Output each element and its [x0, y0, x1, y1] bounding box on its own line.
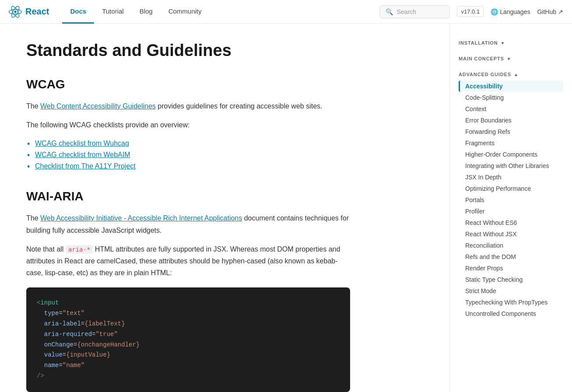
- nav-docs[interactable]: Docs: [62, 0, 94, 24]
- aria-code-inline: aria-*: [66, 245, 93, 254]
- sidebar-link-context[interactable]: Context: [459, 103, 563, 115]
- wai-aria-title: WAI-ARIA: [26, 189, 350, 203]
- wai-aria-intro-para: The Web Accessibility Initiative - Acces…: [26, 212, 350, 236]
- list-item: WCAG checklist from WebAIM: [35, 149, 350, 161]
- sidebar-link-integrating[interactable]: Integrating with Other Libraries: [459, 160, 563, 172]
- main-nav: Docs Tutorial Blog Community: [62, 0, 380, 23]
- github-label: GitHub: [537, 8, 556, 15]
- wcag-link[interactable]: Web Content Accessibility Guidelines: [40, 102, 156, 110]
- nav-community[interactable]: Community: [161, 0, 210, 24]
- sidebar-link-typechecking[interactable]: Typechecking With PropTypes: [459, 297, 563, 308]
- code-line: value={inputValue}: [37, 350, 340, 360]
- languages-button[interactable]: 🌐 Languages: [491, 8, 530, 15]
- nav-blog[interactable]: Blog: [132, 0, 161, 24]
- sidebar-link-error-boundaries[interactable]: Error Boundaries: [459, 115, 563, 126]
- search-icon: 🔍: [386, 8, 393, 15]
- wcag-title: WCAG: [26, 77, 350, 91]
- search-bar[interactable]: 🔍 Search: [380, 5, 450, 18]
- code-line: name="name": [37, 360, 340, 371]
- page-title: Standards and Guidelines: [26, 41, 350, 60]
- sidebar-link-portals[interactable]: Portals: [459, 194, 563, 206]
- nav-tutorial[interactable]: Tutorial: [94, 0, 131, 24]
- svg-point-0: [14, 10, 16, 13]
- sidebar-link-fragments[interactable]: Fragments: [459, 137, 563, 149]
- code-line: aria-required="true": [37, 329, 340, 340]
- sidebar-link-code-splitting[interactable]: Code-Splitting: [459, 92, 563, 103]
- chevron-down-icon: ▼: [501, 41, 505, 46]
- sidebar-link-forwarding-refs[interactable]: Forwarding Refs: [459, 126, 563, 137]
- version-badge: v17.0.1: [457, 6, 484, 17]
- sidebar-link-uncontrolled[interactable]: Uncontrolled Components: [459, 308, 563, 319]
- chevron-down-icon: ▼: [507, 56, 512, 61]
- wai-aria-section: WAI-ARIA The Web Accessibility Initiativ…: [26, 189, 350, 392]
- sidebar-link-reconciliation[interactable]: Reconciliation: [459, 240, 563, 251]
- code-line: aria-label={labelText}: [37, 319, 340, 329]
- wcag-a11y-link[interactable]: Checklist from The A11Y Project: [35, 162, 136, 170]
- languages-label: Languages: [500, 8, 530, 15]
- sidebar-link-static-type-checking[interactable]: Static Type Checking: [459, 274, 563, 285]
- react-logo-icon: [9, 5, 22, 18]
- github-link[interactable]: GitHub ↗: [537, 8, 563, 15]
- chevron-up-icon: ▲: [514, 72, 519, 77]
- advanced-guides-header[interactable]: ADVANCED GUIDES ▲: [459, 68, 563, 80]
- wcag-intro-para: The Web Content Accessibility Guidelines…: [26, 100, 350, 112]
- wcag-checklist: WCAG checklist from Wuhcag WCAG checklis…: [26, 138, 350, 172]
- search-placeholder: Search: [397, 8, 416, 15]
- sidebar-link-optimizing[interactable]: Optimizing Performance: [459, 183, 563, 194]
- translate-icon: 🌐: [491, 8, 498, 15]
- sidebar-link-hoc[interactable]: Higher-Order Components: [459, 149, 563, 160]
- list-item: WCAG checklist from Wuhcag: [35, 138, 350, 149]
- code-block: <input type="text" aria-label={labelText…: [26, 287, 350, 392]
- code-line: onChange={onchangeHandler}: [37, 340, 340, 350]
- sidebar-advanced-guides-section: ADVANCED GUIDES ▲ Accessibility Code-Spl…: [459, 68, 563, 319]
- code-line: <input: [37, 298, 340, 308]
- main-concepts-header[interactable]: MAIN CONCEPTS ▼: [459, 52, 563, 65]
- code-line: />: [37, 371, 340, 382]
- wcag-wuhcag-link[interactable]: WCAG checklist from Wuhcag: [35, 140, 129, 147]
- external-link-icon: ↗: [558, 8, 563, 15]
- checklist-intro: The following WCAG checklists provide an…: [26, 119, 350, 131]
- wai-aria-link[interactable]: Web Accessibility Initiative - Accessibl…: [40, 214, 242, 222]
- logo[interactable]: React: [9, 5, 49, 18]
- sidebar-main-concepts-section: MAIN CONCEPTS ▼: [459, 52, 563, 65]
- sidebar-link-strict-mode[interactable]: Strict Mode: [459, 285, 563, 297]
- sidebar-link-accessibility[interactable]: Accessibility: [459, 80, 563, 92]
- layout: Standards and Guidelines WCAG The Web Co…: [0, 24, 572, 392]
- main-content: Standards and Guidelines WCAG The Web Co…: [0, 24, 376, 392]
- header: React Docs Tutorial Blog Community 🔍 Sea…: [0, 0, 572, 24]
- wcag-section: WCAG The Web Content Accessibility Guide…: [26, 77, 350, 172]
- sidebar-link-render-props[interactable]: Render Props: [459, 262, 563, 274]
- list-item: Checklist from The A11Y Project: [35, 161, 350, 172]
- sidebar-link-react-without-jsx[interactable]: React Without JSX: [459, 228, 563, 240]
- sidebar-installation-section: INSTALLATION ▼: [459, 37, 563, 49]
- sidebar-link-jsx-in-depth[interactable]: JSX In Depth: [459, 172, 563, 183]
- wcag-webaim-link[interactable]: WCAG checklist from WebAIM: [35, 151, 130, 158]
- installation-header[interactable]: INSTALLATION ▼: [459, 37, 563, 49]
- header-right: 🔍 Search v17.0.1 🌐 Languages GitHub ↗: [380, 5, 563, 18]
- advanced-guides-links: Accessibility Code-Splitting Context Err…: [459, 80, 563, 319]
- aria-note-para: Note that all aria-* HTML attributes are…: [26, 243, 350, 279]
- sidebar-link-refs-dom[interactable]: Refs and the DOM: [459, 251, 563, 262]
- sidebar-link-react-without-es6[interactable]: React Without ES6: [459, 217, 563, 228]
- sidebar-link-profiler[interactable]: Profiler: [459, 206, 563, 217]
- right-sidebar: INSTALLATION ▼ MAIN CONCEPTS ▼ ADVANCED …: [449, 24, 572, 392]
- logo-text: React: [25, 7, 49, 17]
- code-line: type="text": [37, 308, 340, 319]
